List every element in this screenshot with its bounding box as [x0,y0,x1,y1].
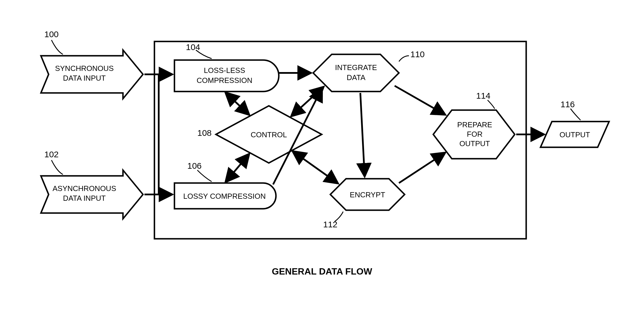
integrate-shape: INTEGRATE DATA [313,54,399,92]
lossless-shape: LOSS-LESS COMPRESSION [174,60,279,92]
async-input-shape: ASYNCHRONOUS DATA INPUT [41,170,143,219]
lossless-label-1: LOSS-LESS [204,66,245,75]
leader-116 [571,109,581,120]
encrypt-shape: ENCRYPT [330,179,405,210]
leader-102 [51,160,63,174]
integrate-label-1: INTEGRATE [335,63,377,72]
diagram-title: GENERAL DATA FLOW [272,266,373,277]
prepare-label-3: OUTPUT [460,139,490,148]
encrypt-label: ENCRYPT [350,190,385,199]
leader-100 [51,40,63,54]
ref-100: 100 [44,29,59,39]
prepare-label-1: PREPARE [457,120,492,129]
sync-input-shape: SYNCHRONOUS DATA INPUT [41,50,143,99]
output-label: OUTPUT [560,130,590,139]
diagram-canvas: SYNCHRONOUS DATA INPUT 100 ASYNCHRONOUS … [0,0,644,322]
sync-input-label-1: SYNCHRONOUS [55,64,114,73]
ref-106: 106 [187,161,202,170]
ref-114: 114 [476,91,490,100]
output-shape: OUTPUT [540,122,609,147]
sync-input-label-2: DATA INPUT [63,74,106,82]
prepare-label-2: FOR [467,130,483,138]
lossy-shape: LOSSY COMPRESSION [174,183,276,209]
ref-112: 112 [323,220,337,229]
ref-104: 104 [186,42,200,52]
ref-102: 102 [44,150,59,159]
integrate-label-2: DATA [347,73,365,82]
lossless-label-2: COMPRESSION [196,76,252,85]
control-label: CONTROL [251,130,287,139]
prepare-shape: PREPARE FOR OUTPUT [433,110,515,159]
async-input-label-1: ASYNCHRONOUS [53,184,116,193]
lossy-label: LOSSY COMPRESSION [183,192,266,200]
async-input-label-2: DATA INPUT [63,194,106,202]
ref-110: 110 [410,49,425,59]
ref-108: 108 [197,128,212,138]
ref-116: 116 [560,100,575,109]
